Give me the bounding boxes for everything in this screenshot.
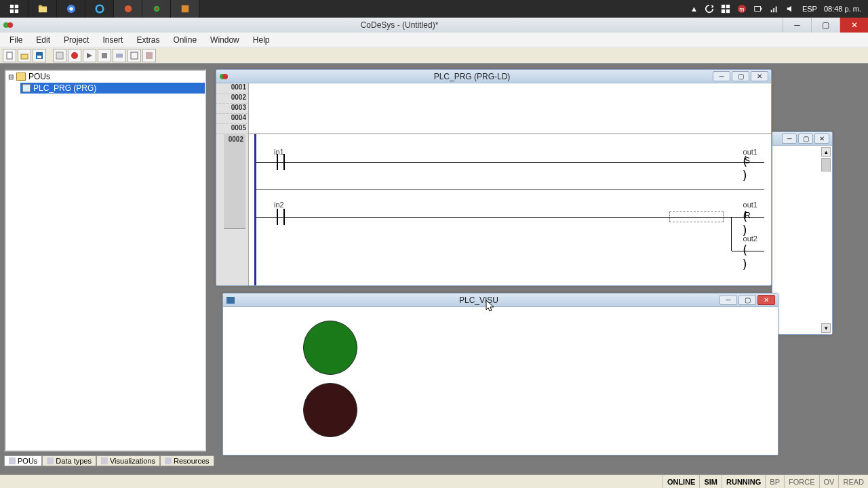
ladder-area[interactable]: in1 ( ) S out1 in2 (249, 134, 767, 285)
status-online: ONLINE (663, 475, 700, 488)
vis-titlebar[interactable]: PLC_VISU ─ ▢ ✕ (223, 293, 778, 307)
tray-volume-icon[interactable] (786, 4, 795, 14)
app-maximize-button[interactable]: ▢ (811, 18, 840, 33)
menubar: File Edit Project Insert Extras Online W… (0, 33, 868, 47)
tool-step[interactable] (83, 49, 96, 62)
vis-max[interactable]: ▢ (738, 295, 756, 305)
taskbar-chrome[interactable] (57, 0, 85, 18)
tray-language[interactable]: ESP (802, 5, 817, 13)
scroll-thumb[interactable] (821, 158, 831, 171)
coil-out2[interactable]: ( ) (741, 244, 755, 258)
bgwin-close[interactable]: ✕ (814, 134, 829, 144)
taskbar-app-1[interactable] (114, 0, 142, 18)
tray-signal-icon[interactable] (770, 4, 779, 14)
tool-new[interactable] (3, 49, 16, 62)
toolbar (0, 47, 868, 64)
prg-window[interactable]: PLC_PRG (PRG-LD) ─ ▢ ✕ 0001 0002 0003 00… (216, 69, 772, 286)
menu-extras[interactable]: Extras (130, 33, 166, 47)
indicator-green[interactable] (303, 321, 357, 375)
indicator-darkred[interactable] (303, 383, 357, 437)
bgwin-max[interactable]: ▢ (798, 134, 813, 144)
tab-datatypes[interactable]: Data types (42, 455, 96, 466)
menu-online[interactable]: Online (166, 33, 203, 47)
vis-min[interactable]: ─ (719, 295, 737, 305)
workspace: ⊟ POUs PLC_PRG (PRG) POUs Data types Vis… (0, 64, 868, 474)
gutter: 0001 0002 0003 0004 0005 0001 0002 (216, 83, 249, 285)
app-minimize-button[interactable]: ─ (783, 18, 811, 33)
app-title: CoDeSys - (Untitled)* (16, 20, 783, 30)
app-close-button[interactable]: ✕ (840, 18, 868, 33)
tray-sync-icon[interactable] (705, 4, 714, 14)
vis-window[interactable]: PLC_VISU ─ ▢ ✕ (222, 293, 778, 455)
menu-insert[interactable]: Insert (96, 33, 130, 47)
menu-edit[interactable]: Edit (29, 33, 57, 47)
svg-point-8 (96, 5, 103, 13)
coil-out1-s[interactable]: ( ) S (741, 155, 755, 169)
prg-close[interactable]: ✕ (751, 71, 768, 81)
svg-rect-3 (14, 9, 18, 13)
svg-rect-13 (722, 5, 725, 8)
prg-max[interactable]: ▢ (732, 71, 749, 81)
menu-help[interactable]: Help (246, 33, 277, 47)
taskbar-ie[interactable] (85, 0, 114, 18)
svg-rect-26 (7, 52, 12, 59)
bgwin-min[interactable]: ─ (782, 134, 797, 144)
start-button[interactable] (0, 0, 28, 18)
tray-windows-icon[interactable] (721, 4, 730, 14)
svg-rect-15 (722, 9, 725, 13)
label-out1: out1 (743, 148, 757, 156)
coil-out1-r[interactable]: ( ) R (741, 210, 755, 224)
app-icon (3, 20, 14, 30)
vis-close[interactable]: ✕ (757, 295, 775, 305)
tool-6[interactable] (127, 49, 141, 62)
label-out1-r: out1 (743, 201, 757, 209)
tab-resources[interactable]: Resources (160, 455, 214, 466)
tool-open[interactable] (18, 49, 31, 62)
tool-5[interactable] (113, 49, 126, 62)
taskbar-explorer[interactable] (28, 0, 57, 18)
tool-7[interactable] (142, 49, 156, 62)
tool-bp[interactable] (98, 49, 111, 62)
status-ov: OV (819, 475, 839, 488)
tool-run[interactable] (53, 49, 66, 62)
rung-num: 0002 (224, 134, 245, 229)
scroll-down-button[interactable]: ▾ (821, 323, 831, 333)
selection-box[interactable] (669, 211, 724, 222)
tray-battery-icon[interactable] (753, 4, 763, 14)
tree-item-plc-prg[interactable]: PLC_PRG (PRG) (20, 83, 205, 94)
tray-up-icon[interactable]: ▲ (690, 5, 698, 13)
prg-titlebar[interactable]: PLC_PRG (PRG-LD) ─ ▢ ✕ (216, 70, 771, 83)
declaration-area[interactable] (249, 83, 771, 134)
svg-rect-22 (773, 8, 774, 12)
background-window[interactable]: ─ ▢ ✕ ▴ ▾ (772, 131, 833, 335)
tray-m-icon[interactable]: m (737, 4, 747, 14)
menu-project[interactable]: Project (57, 33, 96, 47)
svg-rect-30 (56, 52, 63, 59)
svg-rect-5 (38, 5, 41, 7)
label-in1: in1 (274, 148, 284, 156)
svg-rect-23 (776, 7, 777, 13)
tab-pous[interactable]: POUs (4, 455, 42, 466)
svg-rect-4 (38, 7, 46, 13)
decl-line: 0003 (216, 104, 248, 114)
contact-in2[interactable] (274, 209, 288, 225)
project-tree[interactable]: ⊟ POUs PLC_PRG (PRG) (4, 69, 206, 451)
rung-2[interactable]: in2 ( ) R out1 ( ) out2 (256, 190, 764, 278)
taskbar-app-2[interactable] (142, 0, 171, 18)
svg-rect-19 (755, 7, 761, 12)
rung-1[interactable]: in1 ( ) S out1 (256, 134, 764, 190)
prg-min[interactable]: ─ (713, 71, 730, 81)
svg-rect-2 (9, 9, 13, 13)
tab-visualizations[interactable]: Visualizations (96, 455, 160, 466)
tool-stop[interactable] (68, 49, 81, 62)
scroll-up-button[interactable]: ▴ (821, 147, 831, 157)
contact-in1[interactable] (274, 154, 288, 170)
tree-root[interactable]: ⊟ POUs (5, 70, 205, 83)
menu-file[interactable]: File (3, 33, 29, 47)
decl-line: 0005 (216, 124, 248, 134)
menu-window[interactable]: Window (203, 33, 246, 47)
taskbar-app-3[interactable] (171, 0, 199, 18)
tool-save[interactable] (33, 49, 46, 62)
tray-clock[interactable]: 08:48 p. m. (824, 5, 861, 13)
vis-canvas[interactable] (223, 307, 778, 455)
